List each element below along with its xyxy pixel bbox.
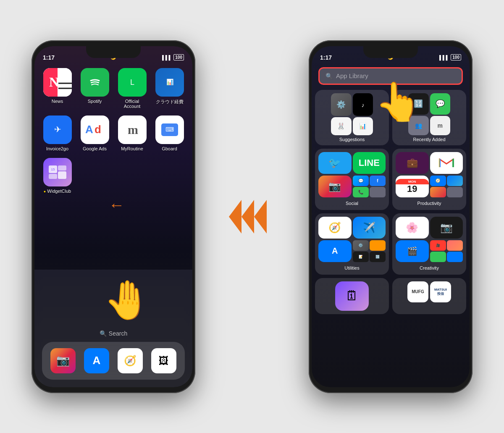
app-gboard[interactable]: ⌨ Gboard <box>154 115 185 151</box>
dock-instagram[interactable]: 📷 <box>50 348 76 373</box>
suggestions-icons: ⚙️ ♪ 🐰 📊 <box>331 93 373 135</box>
dock: 📷 A 🧭 🖼 <box>42 342 185 380</box>
green-mini <box>430 252 446 262</box>
blue-mini2 <box>447 252 463 262</box>
orange-mini2 <box>370 240 386 251</box>
twitter-large: 🐦 <box>318 152 352 174</box>
svg-marker-22 <box>254 200 267 234</box>
widgetclub-label: ● WidgetClub <box>44 189 71 194</box>
folder-productivity[interactable]: 💼 MON 19 <box>392 149 466 210</box>
facebook-mini: f <box>370 176 386 186</box>
dock-compass[interactable]: 🧭 <box>118 348 143 373</box>
dock-appstore[interactable]: A <box>84 348 109 373</box>
signal-icon-1: ▌▌▌ <box>162 55 172 60</box>
prod-label-wrap: Productivity <box>396 199 463 207</box>
rabbit-mini: 🐰 <box>331 117 352 135</box>
social-icons-top: 🐦 LINE <box>318 152 386 174</box>
matsui-icon: MATSUI投信 <box>430 281 451 302</box>
gads-label: Google Ads <box>83 146 107 151</box>
phone2-screen: 1:17 🌙 ▌▌▌ 100 🔍 App Library 👆 <box>312 46 470 387</box>
svg-rect-18 <box>58 171 66 179</box>
search-icon-left: 🔍 <box>100 330 107 337</box>
svg-text:A: A <box>85 123 93 136</box>
aplib-search-label: App Library <box>336 72 368 79</box>
invoice-icon: ✈ <box>43 115 72 144</box>
chevron-row <box>229 200 275 234</box>
search-icon-aplib: 🔍 <box>326 73 333 79</box>
calendar-large: MON 19 <box>396 176 429 197</box>
instagram-dock-icon: 📷 <box>56 354 70 367</box>
memo-mini: 📝 <box>353 252 369 262</box>
svg-text:▬▬▬: ▬▬▬ <box>58 85 72 90</box>
camera-large: 📷 <box>430 217 463 239</box>
search-bar-left[interactable]: 🔍 Search <box>100 330 127 337</box>
phone1: 1:17 🌙 ▌▌▌ 100 <box>32 40 195 393</box>
widgetclub-aplib-icon: 🗓 <box>335 281 369 311</box>
cloud-icon: 📊 <box>155 68 184 97</box>
productivity-label: Productivity <box>417 201 441 206</box>
zoom-large: 🎬 <box>396 240 429 262</box>
folder-creativity[interactable]: 🌸 📷 🎬 🎥 <box>392 213 466 275</box>
empty-mini <box>370 187 386 197</box>
app-cloud[interactable]: 📊 クラウド経費 <box>154 68 185 109</box>
phone1-wrapper: 1:17 🌙 ▌▌▌ 100 <box>32 40 195 393</box>
app-gads[interactable]: A d Google Ads <box>79 115 110 151</box>
battery-icon-1: 100 <box>173 54 184 60</box>
folder-social[interactable]: 🐦 LINE 📷 💬 f 📞 <box>315 149 389 210</box>
widgetclub-aplib[interactable]: 🗓 <box>315 278 389 314</box>
record-mini: 🎥 <box>430 240 446 251</box>
settings-mini: ⚙️ <box>331 93 352 116</box>
folder-utilities[interactable]: 🧭 ✈️ A ⚙️ 📝 🔢 <box>315 213 389 275</box>
svg-text:✈: ✈ <box>54 125 61 134</box>
finance-folder[interactable]: MUFG MATSUI投信 <box>392 278 466 314</box>
photos-dock-icon: 🖼 <box>159 355 169 367</box>
gboard-label: Gboard <box>162 146 177 151</box>
photos-large: 🌸 <box>396 217 429 239</box>
app-official[interactable]: L Official Account <box>117 68 147 109</box>
left-arrow: ← <box>109 196 125 214</box>
tiktok-mini: ♪ <box>353 93 373 116</box>
app-grid-1: N ▬▬▬ ▬▬▬ News <box>42 68 185 194</box>
svg-text:L: L <box>130 78 134 87</box>
gray-mini2 <box>447 187 463 197</box>
social-icons-bottom: 📷 💬 f 📞 <box>318 176 386 197</box>
instagram-large: 📷 <box>318 176 352 197</box>
svg-text:15: 15 <box>51 168 55 171</box>
svg-rect-26 <box>452 159 454 167</box>
news-icon: N ▬▬▬ ▬▬▬ <box>43 68 72 97</box>
slack-large: 💼 <box>396 152 429 174</box>
app-invoice[interactable]: ✈ Invoice2go <box>42 115 73 151</box>
status-icons-1: ▌▌▌ 100 <box>162 54 184 60</box>
creative-mini-group: 🎥 <box>430 240 463 262</box>
prod-icons-top: 💼 <box>396 152 463 174</box>
svg-text:♪: ♪ <box>361 102 364 108</box>
invoice-label: Invoice2go <box>46 146 68 151</box>
creativity-label: Creativity <box>420 265 439 270</box>
util-icons-top: 🧭 ✈️ <box>318 217 386 239</box>
phone2: 1:17 🌙 ▌▌▌ 100 🔍 App Library 👆 <box>309 40 472 393</box>
app-widgetclub[interactable]: 15 ● WidgetClub <box>42 158 73 194</box>
appstore-dock-icon: A <box>93 354 101 367</box>
messages-mini: 💬 <box>430 93 451 115</box>
app-news[interactable]: N ▬▬▬ ▬▬▬ News <box>42 68 73 109</box>
recent-label: Recently Added <box>413 137 445 142</box>
notch2 <box>363 46 418 58</box>
social-label-wrap: Social <box>318 199 386 207</box>
gads-icon: A d <box>81 115 109 144</box>
spotify-icon <box>81 68 109 97</box>
forward-arrows <box>229 200 275 234</box>
creative-label-wrap: Creativity <box>396 264 463 271</box>
news-label: News <box>52 99 63 104</box>
spotify-label: Spotify <box>88 99 102 104</box>
gmail-large <box>430 152 463 174</box>
app-myroutine[interactable]: m MyRoutine <box>117 115 147 151</box>
app-spotify[interactable]: Spotify <box>79 68 110 109</box>
phone-mini: 📞 <box>353 187 369 197</box>
settings-mini2: ⚙️ <box>353 240 369 251</box>
m-mini: m <box>430 116 451 135</box>
blue-mini <box>447 176 463 186</box>
svg-rect-16 <box>49 174 57 179</box>
dock-photos[interactable]: 🖼 <box>151 348 176 373</box>
svg-text:N: N <box>49 74 59 89</box>
util-icons-bottom: A ⚙️ 📝 🔢 <box>318 240 386 262</box>
